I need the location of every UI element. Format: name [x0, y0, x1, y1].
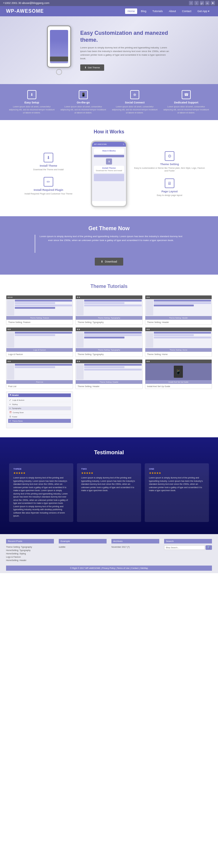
testimonial-rank-1: THREE	[13, 468, 69, 470]
sidebar-demo-img: ⚑ Header 🖊 Logo & favicon ✏ Styling A Ty…	[6, 392, 73, 428]
tutorial-card-2-label: Theme Setting: Typography	[76, 320, 142, 324]
footer-link-2[interactable]: HomeSetting: Typography	[6, 549, 54, 552]
big-phone-top: WP-AWESOME ≡	[92, 142, 126, 147]
testimonial-text-2: Lorem ipsum is simply dummy text of the …	[81, 476, 137, 492]
get-theme-desc: Lorem ipsum is simply dummy text of the …	[38, 235, 184, 243]
social-connect-icon: ⊕	[130, 90, 139, 99]
footer-link-1[interactable]: Theme Setting: Typography	[6, 545, 54, 549]
sidebar-item-coming-soon[interactable]: ⏰ Coming Soon	[8, 410, 71, 415]
footer-widget-example: Example subtitle	[59, 539, 107, 562]
feature-dedicated-support-title: Dedicated Support	[163, 101, 210, 104]
download-label: Download	[105, 260, 117, 263]
how-install-plugin: ✏ Install Required Plugin Install Requir…	[12, 177, 85, 195]
tutorial-card-6-label: Theme Setting: Home	[145, 352, 212, 356]
feature-easy-setup: ⬇ Easy Setup Lorem ipsum dolor sit amet,…	[6, 90, 57, 114]
youtube-icon[interactable]: ▶	[211, 1, 215, 5]
hero-text: Easy Customization and manezed theme. Lo…	[80, 30, 171, 71]
footer-link-4[interactable]: Logo & Favicon	[6, 555, 54, 559]
page-layout-desc: Easy to design page layout	[133, 194, 206, 197]
contact-info: +1002 2001 30 abuse@bloggang.com	[3, 1, 49, 4]
theme-setting-desc: Easy to customization or theme like Them…	[133, 167, 206, 173]
footer-search-input[interactable]	[164, 545, 205, 550]
twitter-icon[interactable]: t	[194, 1, 199, 5]
how-right: ⚙ Theme Setting Easy to customization or…	[133, 151, 206, 197]
tutorial-img-4: Logo & Favicon	[6, 328, 73, 352]
testimonial-rank-3: ONE	[149, 468, 205, 470]
page-layout-title: Page Layout	[133, 190, 206, 193]
testimonial-card-2: TWO ★★★★★ Lorem ipsum is simply dummy te…	[77, 463, 141, 522]
testimonial-card-3: ONE ★★★★★ Lorem ipsum is simply dummy te…	[145, 463, 209, 522]
nav-blog[interactable]: Blog	[138, 8, 149, 14]
nav-get-app[interactable]: Get App	[195, 8, 212, 14]
how-content: ⬇ Install Theme Download the Theme and I…	[12, 141, 206, 207]
big-phone-icon-row: ⬇	[94, 158, 124, 164]
get-theme-button[interactable]: ⬇ Get Theme	[80, 64, 104, 71]
testimonial-rank-2: TWO	[81, 468, 137, 470]
tutorial-card-5[interactable]: Theme Setting: Typography Theme Setting:…	[75, 327, 142, 357]
nav-tutorials[interactable]: Tutorials	[150, 8, 165, 14]
sidebar-demo-card: ⚑ Header 🖊 Logo & favicon ✏ Styling A Ty…	[6, 391, 73, 428]
get-theme-inner: Lorem ipsum is simply dummy text of the …	[18, 235, 200, 253]
footer-widget-recent-posts: Recent Posts Theme Setting: Typography H…	[6, 539, 54, 562]
footer-search-form: 🔍	[164, 545, 212, 550]
get-theme-section: Get Theme Now Lorem ipsum is simply dumm…	[0, 216, 218, 275]
footer-search-title: Search	[164, 539, 212, 544]
sidebar-item-theme-bytes[interactable]: ⟳ Theme Bytes	[8, 419, 71, 423]
footer-archives-link[interactable]: November 2017 (7)	[111, 545, 159, 549]
sidebar-item-typography[interactable]: A Typography	[8, 406, 71, 410]
sidebar-item-styling[interactable]: ✏ Styling	[8, 402, 71, 406]
site-footer: Recent Posts Theme Setting: Typography H…	[0, 534, 218, 573]
tutorial-card-9[interactable]: 📱 Install And Set Up Guide Install And S…	[145, 359, 212, 389]
nav-contact[interactable]: Contact	[180, 8, 194, 14]
footer-widgets: Recent Posts Theme Setting: Typography H…	[6, 539, 212, 562]
feature-social-connect-desc: Lorem ipsum dolor sit amet, consectetur …	[111, 105, 158, 114]
testimonial-stars-1: ★★★★★	[13, 471, 69, 474]
google-icon[interactable]: g+	[200, 1, 204, 5]
testimonial-text-1: Lorem ipsum is simply dummy text of the …	[13, 476, 69, 518]
tutorial-card-1[interactable]: Theme Setting: Feature Theme Setting: Fe…	[6, 295, 73, 325]
footer-search-button[interactable]: 🔍	[206, 545, 212, 550]
tutorials-grid: Theme Setting: Feature Theme Setting: Fe…	[6, 295, 212, 428]
facebook-icon[interactable]: f	[189, 1, 193, 5]
tutorial-card-6[interactable]: Theme Setting: Home Theme Setting: Home	[145, 327, 212, 357]
tutorial-card-3[interactable]: Theme Setting: Header Theme Setting: Hea…	[145, 295, 212, 325]
footer-example-link[interactable]: subtitle	[59, 545, 107, 549]
big-phone-card-2: Install Theme Download the Theme and Ins…	[94, 166, 124, 173]
footer-link-5[interactable]: HomeSetting: Header	[6, 559, 54, 562]
tutorial-card-8[interactable]: Theme Setting: Header Theme Setting: Hea…	[75, 359, 142, 389]
linkedin-icon[interactable]: in	[205, 1, 210, 5]
main-nav: Home Blog Tutorials About Contact Get Ap…	[125, 8, 212, 14]
how-phone-mockup: WP-AWESOME ≡ How it Works ⬇ Install Them…	[91, 141, 127, 207]
testimonial-stars-3: ★★★★★	[149, 471, 205, 474]
tutorial-card-3-label: Theme Setting: Header	[145, 320, 212, 324]
install-plugin-icon: ✏	[44, 177, 53, 187]
testimonial-card-1: THREE ★★★★★ Lorem ipsum is simply dummy …	[9, 463, 73, 522]
social-icons: f t g+ in ▶	[189, 1, 215, 5]
phone-home-button	[56, 69, 62, 75]
hero-desc: Lorem ipsum is simply dummy text of the …	[80, 46, 171, 61]
tutorial-card-7[interactable]: Post List Post List	[6, 359, 73, 389]
install-plugin-desc: Install Required Plugin and Customize Yo…	[12, 192, 85, 195]
get-theme-accent-bar	[34, 235, 35, 253]
feature-dedicated-support-desc: Lorem ipsum dolor sit amet, consectetur …	[163, 105, 210, 114]
tutorial-card-2[interactable]: Theme Setting: Typography Theme Setting:…	[75, 295, 142, 325]
hero-btn-label: Get Theme	[88, 66, 100, 69]
sidebar-item-logo-favicon[interactable]: 🖊 Logo & favicon	[8, 398, 71, 402]
testimonial-text-3: Lorem ipsum is simply dummy text of the …	[149, 476, 205, 492]
feature-dedicated-support: ☎ Dedicated Support Lorem ipsum dolor si…	[161, 90, 212, 114]
site-header: WP-AWESOME Home Blog Tutorials About Con…	[0, 6, 218, 16]
big-phone-card-1: How it Works	[94, 149, 124, 154]
top-bar: +1002 2001 30 abuse@bloggang.com f t g+ …	[0, 0, 218, 6]
download-button[interactable]: ⬇ Download	[95, 258, 123, 266]
sidebar-item-footer[interactable]: ☰ Footer	[8, 415, 71, 419]
footer-widget-archives: Archives November 2017 (7)	[111, 539, 159, 562]
nav-about[interactable]: About	[166, 8, 178, 14]
tutorials-section: Theme Tutorials Theme Setting: Feature T…	[0, 275, 218, 437]
footer-link-3[interactable]: HomeSetting: Styling	[6, 552, 54, 555]
tutorial-img-9: 📱 Install And Set Up Guide	[145, 360, 212, 384]
how-it-works-section: How it Works ⬇ Install Theme Download th…	[0, 120, 218, 216]
feature-on-the-go-desc: Lorem ipsum dolor sit amet, consectetur …	[60, 105, 107, 114]
tutorial-card-4[interactable]: Logo & Favicon Logo & Favicon	[6, 327, 73, 357]
how-theme-setting: ⚙ Theme Setting Easy to customization or…	[133, 151, 206, 173]
nav-home[interactable]: Home	[125, 8, 137, 14]
